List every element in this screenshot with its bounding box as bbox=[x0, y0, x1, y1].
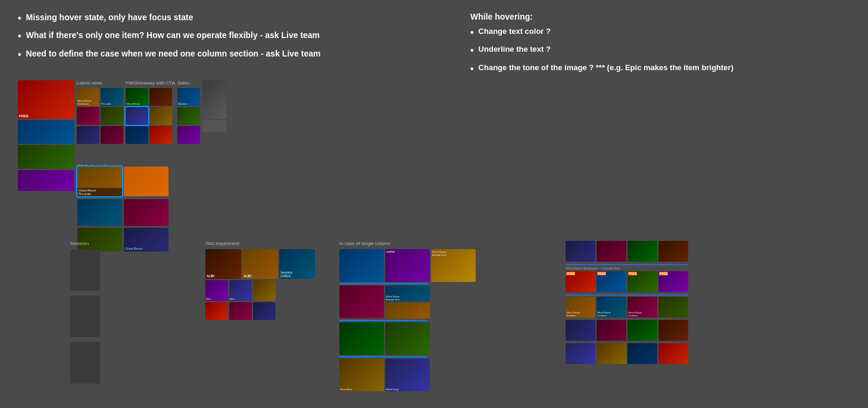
large-right-section: Ghost Recon Breakpoint — Activate Now FR… bbox=[566, 241, 688, 365]
tad-row-1: ALIBI ALIBI VendettaLORDS bbox=[205, 249, 315, 279]
single-fourth-1: Show More bbox=[339, 359, 384, 391]
blue-divider-1 bbox=[339, 283, 427, 284]
sales-thumb-3 bbox=[177, 126, 200, 144]
left-panel: Missing hover state, only have focus sta… bbox=[18, 12, 458, 87]
note-item-3: Need to define the case when we need one… bbox=[18, 48, 458, 61]
news-row-1: Ghost ReconBreakpoint Pre-order bbox=[77, 88, 123, 106]
featured-col: FREE bbox=[18, 80, 74, 191]
note-text-2: What if there's only one item? How can w… bbox=[26, 30, 320, 42]
single-large-1 bbox=[339, 249, 384, 282]
skeleton-content bbox=[70, 249, 100, 384]
news-row-2 bbox=[77, 107, 123, 125]
lr-action-3 bbox=[627, 320, 657, 341]
lr-thumb-2 bbox=[597, 241, 626, 262]
sales-row-2 bbox=[177, 107, 200, 125]
hover-text-1: Change text color ? bbox=[479, 26, 551, 37]
hover-item-1: Change text color ? bbox=[470, 26, 850, 39]
lr-thumb-1 bbox=[566, 241, 595, 262]
lr-thumb-4 bbox=[658, 241, 688, 262]
hover-list: Change text color ? Underline the text ?… bbox=[470, 26, 850, 76]
tad-large-3: VendettaLORDS bbox=[279, 249, 315, 279]
tad-row-3 bbox=[205, 302, 315, 320]
hover-item-2: Underline the text ? bbox=[470, 44, 850, 57]
lr-action-1 bbox=[566, 320, 595, 341]
sales-col: Sales Blacksm.. bbox=[177, 80, 200, 191]
lr-free-2: FREE bbox=[597, 271, 626, 292]
sales-thumb-1: Blacksm.. bbox=[177, 88, 200, 106]
skeleton-block-2 bbox=[70, 296, 100, 337]
hover-item-3: Change the tone of the image ? *** (e.g.… bbox=[470, 62, 850, 76]
hero-image-3 bbox=[18, 145, 74, 169]
skeleton-row-3 bbox=[70, 342, 100, 384]
tad-small-2: Alien bbox=[229, 280, 252, 301]
single-fourth-2: Watch Dogs bbox=[385, 359, 430, 391]
large-right-row-4 bbox=[566, 320, 688, 341]
single-side-col: Ghost ReconActivate Now bbox=[385, 285, 430, 319]
news-thumb-5 bbox=[77, 126, 99, 144]
fm-thumb-4 bbox=[149, 107, 172, 125]
lr-thumb-3 bbox=[627, 241, 657, 262]
tad-large-1: ALIBI bbox=[205, 249, 241, 279]
hover-thumb-r2-2 bbox=[124, 199, 168, 226]
note-item-1: Missing hover state, only have focus sta… bbox=[18, 12, 458, 25]
fm-row-3 bbox=[126, 126, 175, 144]
single-med-1 bbox=[339, 285, 384, 318]
lr-labeled-3: Ghost ReconVendetta bbox=[627, 297, 657, 318]
blue-divider-3 bbox=[339, 356, 427, 357]
lr-labeled-1: Ghost ReconVendetta bbox=[566, 297, 595, 318]
single-row-2: Ghost ReconActivate Now bbox=[339, 285, 476, 319]
single-row-4: Show More Watch Dogs bbox=[339, 359, 476, 391]
hover-section-title: While hovering: bbox=[470, 12, 850, 21]
single-side-2 bbox=[385, 303, 430, 319]
tad-large-2: ALIBI bbox=[242, 249, 278, 279]
sales-row-3 bbox=[177, 126, 200, 144]
lr-char-4 bbox=[658, 343, 688, 364]
latest-news-header: Latest news bbox=[77, 80, 123, 86]
tad-tiny-2 bbox=[229, 302, 252, 320]
lr-free-4: FREE bbox=[658, 271, 688, 292]
tad-small-3 bbox=[253, 280, 276, 301]
hero-image-4 bbox=[18, 170, 74, 191]
tad-tiny-3 bbox=[253, 302, 276, 320]
hero-image-2 bbox=[18, 120, 74, 144]
single-col-label: In case of single column bbox=[339, 241, 476, 246]
large-right-row-5 bbox=[566, 343, 688, 364]
fm-header: FM/Giveaway with CTA bbox=[126, 80, 175, 86]
blue-divider-2 bbox=[339, 320, 427, 321]
single-side-1: Ghost ReconActivate Now bbox=[385, 285, 430, 302]
lr-ghost-recon-label: Ghost Recon Breakpoint — Activate Now bbox=[566, 266, 688, 270]
sales-thumb-2 bbox=[177, 107, 200, 125]
fm-thumb-1: Ghost Recon bbox=[126, 88, 148, 106]
lr-blue-line-2 bbox=[566, 294, 688, 296]
note-item-2: What if there's only one item? How can w… bbox=[18, 30, 458, 43]
hover-row-2 bbox=[77, 199, 168, 226]
lr-char-2 bbox=[597, 343, 626, 364]
single-column-section: In case of single column SUPER Ghost Rec… bbox=[339, 241, 476, 391]
lr-action-4 bbox=[658, 320, 688, 341]
hover-example-2 bbox=[124, 167, 168, 196]
news-thumb-3 bbox=[77, 107, 99, 125]
note-text-3: Need to define the case when we need one… bbox=[26, 48, 321, 60]
fm-thumb-6 bbox=[149, 126, 172, 144]
hover-example-1: Ghost ReconPre-order bbox=[77, 167, 122, 196]
sales-row-1: Blacksm.. bbox=[177, 88, 200, 106]
news-thumb-6 bbox=[101, 126, 123, 144]
tad-experiment-section: TAD experiment ALIBI ALIBI VendettaLORDS… bbox=[205, 241, 315, 320]
lr-action-2 bbox=[597, 320, 626, 341]
fm-row-2 bbox=[126, 107, 175, 125]
tad-row-2: Alien Alien bbox=[205, 280, 315, 301]
hover-text-2: Underline the text ? bbox=[479, 44, 551, 55]
hover-examples-row: Ghost ReconPre-order bbox=[77, 167, 168, 196]
hover-text-3: Change the tone of the image ? *** (e.g.… bbox=[479, 62, 733, 73]
single-third-1 bbox=[339, 322, 384, 355]
note-text-1: Missing hover state, only have focus sta… bbox=[26, 12, 193, 24]
fm-thumb-2 bbox=[149, 88, 172, 106]
tad-small-1: Alien bbox=[205, 280, 228, 301]
large-right-row-2: FREE FREE FREE FREE bbox=[566, 271, 688, 292]
skeleton-row-2 bbox=[70, 296, 100, 337]
sales-header: Sales bbox=[177, 80, 200, 86]
news-thumb-1: Ghost ReconBreakpoint bbox=[77, 88, 99, 106]
single-large-3: Ghost ReconActivate Now bbox=[431, 249, 476, 282]
fm-thumb-5 bbox=[126, 126, 148, 144]
tad-tiny-1 bbox=[205, 302, 228, 320]
